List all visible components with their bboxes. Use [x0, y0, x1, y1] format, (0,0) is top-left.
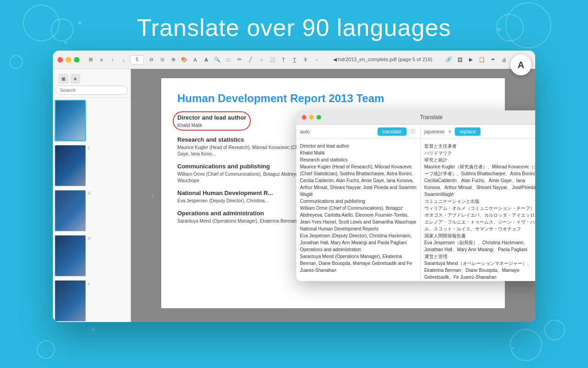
page-cover-5: [55, 281, 85, 321]
decor-dot: [92, 328, 95, 331]
dialog-left-toolbar: auto translate ⓘ: [296, 125, 420, 139]
page-thumbnail-3[interactable]: [55, 190, 86, 231]
dialog-body: auto translate ⓘ Director and lead autho…: [296, 125, 535, 281]
text-strike-icon[interactable]: T: [301, 55, 310, 64]
source-text-area[interactable]: Director and lead author Khalid Malik Re…: [296, 139, 420, 281]
sign-icon[interactable]: ✒: [488, 55, 498, 64]
page-thumbnail-4[interactable]: [55, 235, 86, 276]
sidebar-toggle-icon[interactable]: ⊞: [86, 55, 95, 64]
annotate-icon[interactable]: A: [202, 55, 211, 64]
media-icon[interactable]: ▶: [466, 55, 475, 64]
director-name: Khalid Malik: [177, 122, 246, 129]
select-icon[interactable]: □: [224, 55, 233, 64]
nav-back-icon[interactable]: ↑: [108, 55, 117, 64]
main-content: ⊞ ≡ ↑ ↓ 5 ⊖ ⊙ ⊕ 🎨 A A 🔍 □ ✏ ╱ ○ ⬜ T T: [0, 51, 588, 322]
page-num-2: ii: [88, 146, 90, 150]
pencil-icon[interactable]: ╱: [246, 55, 255, 64]
print-icon[interactable]: 🖨: [499, 55, 509, 64]
pdf-page-title: Human Development Report 2013 Team: [177, 92, 489, 105]
page-num-4: iv: [88, 236, 91, 241]
thumbnail-view-button[interactable]: ⊞: [58, 74, 68, 84]
sidebar-top: ⊞ ≡: [53, 69, 130, 98]
nav-forward-icon[interactable]: ↓: [119, 55, 128, 64]
toolbar-icons: ⊞ ≡ ↑ ↓ 5: [86, 55, 144, 64]
text-insert-icon[interactable]: T: [279, 55, 288, 64]
color-icon[interactable]: 🎨: [180, 55, 189, 64]
traffic-lights: [57, 57, 79, 63]
text-icon[interactable]: A: [191, 55, 200, 64]
sidebar-search-input[interactable]: [56, 86, 128, 95]
dropdown-arrow[interactable]: ▼: [447, 129, 452, 134]
dialog-right-toolbar: japanese ▼ replace: [421, 125, 536, 139]
dialog-minimize-button[interactable]: [309, 115, 314, 120]
page-cover-3: [55, 190, 85, 231]
link-icon[interactable]: 🔗: [444, 55, 453, 64]
translated-text-area[interactable]: 監督と主任著者 ハリドマリク 研究と統計 Maurice Kugler（研究責任…: [421, 139, 536, 281]
toolbar: ⊞ ≡ ↑ ↓ 5 ⊖ ⊙ ⊕ 🎨 A A 🔍 □ ✏ ╱ ○ ⬜ T T: [53, 51, 535, 69]
decor-dot: [512, 347, 514, 350]
decor-circle-6: [510, 329, 542, 361]
page-cover-2: [55, 145, 85, 186]
circle-icon[interactable]: ○: [257, 55, 266, 64]
page-label: i: [152, 193, 153, 198]
target-lang-label: japanese: [424, 129, 445, 134]
zoom-fit-icon[interactable]: ⊙: [158, 55, 167, 64]
page-thumbnail-5[interactable]: [55, 280, 86, 322]
translate-overlay-icon: A: [518, 60, 524, 70]
page-thumb-3: iii: [55, 190, 129, 231]
list-view-icon[interactable]: ≡: [97, 55, 106, 64]
dialog-left-pane: auto translate ⓘ Director and lead autho…: [296, 125, 421, 281]
dialog-titlebar: Translate: [296, 110, 535, 125]
page-thumb-2: ii: [55, 145, 129, 186]
replace-button[interactable]: replace: [455, 127, 481, 136]
rect-icon[interactable]: ⬜: [268, 55, 277, 64]
page-thumb-4: iv: [55, 235, 129, 276]
translate-overlay-button[interactable]: A: [510, 54, 531, 75]
dialog-title: Translate: [324, 114, 535, 121]
page-title: Translate over 90 languages: [0, 14, 588, 41]
dialog-right-pane: japanese ▼ replace 監督と主任著者 ハリドマリク 研究と統計 …: [421, 125, 536, 281]
search-icon[interactable]: 🔍: [213, 55, 222, 64]
minimize-button[interactable]: [66, 57, 71, 63]
stamp-icon[interactable]: 📋: [477, 55, 486, 64]
toolbar-filename: ◀ hdr2013_en_complete.pdf (page 5 of 216…: [324, 57, 441, 63]
zoom-out-icon[interactable]: ⊖: [147, 55, 156, 64]
header: Translate over 90 languages: [0, 0, 588, 51]
director-label: Director and lead author: [177, 114, 246, 121]
page-thumbnail-1[interactable]: [55, 100, 86, 141]
source-info-icon[interactable]: ⓘ: [409, 128, 417, 135]
view-toolbar: ⊖ ⊙ ⊕ 🎨 A A 🔍 □ ✏ ╱ ○ ⬜ T T T →: [147, 55, 321, 64]
sidebar: ⊞ ≡ ii: [53, 69, 131, 322]
image-icon[interactable]: 🖼: [455, 55, 464, 64]
text-underline-icon[interactable]: T: [290, 55, 299, 64]
page-number-input[interactable]: 5: [130, 55, 144, 64]
sidebar-pages: ii iii iv: [53, 98, 130, 322]
close-button[interactable]: [57, 57, 63, 63]
director-highlight: Director and lead author Khalid Malik: [177, 114, 246, 129]
zoom-in-icon[interactable]: ⊕: [169, 55, 178, 64]
source-lang-label: auto: [300, 129, 310, 134]
translate-button[interactable]: translate: [378, 127, 406, 136]
arrow-icon[interactable]: →: [312, 55, 321, 64]
dialog-close-button[interactable]: [302, 115, 306, 120]
pen-icon[interactable]: ✏: [235, 55, 244, 64]
sidebar-controls: ⊞ ≡: [56, 72, 128, 86]
page-num-3: iii: [88, 191, 90, 196]
decor-circle-5: [37, 340, 55, 359]
pdf-area[interactable]: i Human Development Report 2013 Team Dir…: [131, 69, 535, 322]
page-thumbnail-2[interactable]: [55, 145, 86, 186]
translate-dialog: Translate auto translate ⓘ Director and …: [296, 110, 535, 281]
mac-window: ⊞ ≡ ↑ ↓ 5 ⊖ ⊙ ⊕ 🎨 A A 🔍 □ ✏ ╱ ○ ⬜ T T: [53, 51, 535, 322]
decor-circle-8: [544, 320, 565, 340]
dialog-maximize-button[interactable]: [317, 115, 321, 120]
page-cover-4: [55, 236, 85, 276]
page-thumb-1: [55, 100, 129, 141]
list-view-button[interactable]: ≡: [70, 74, 80, 84]
maximize-button[interactable]: [74, 57, 79, 63]
page-cover-1: [56, 101, 85, 140]
page-thumb-5: v: [55, 280, 129, 322]
page-num-5: v: [88, 281, 90, 286]
window-body: ⊞ ≡ ii: [53, 69, 535, 322]
